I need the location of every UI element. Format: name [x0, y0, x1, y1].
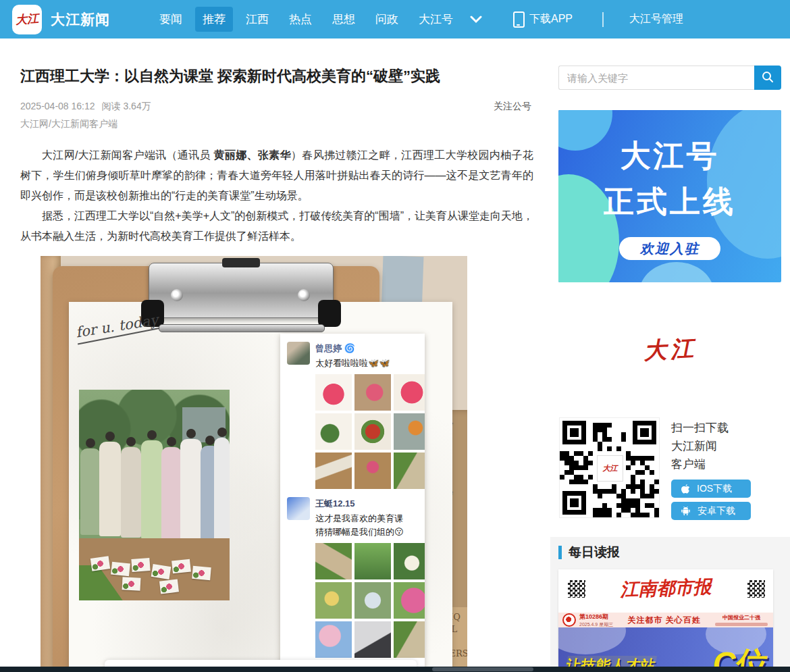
android-download-button[interactable]: 安卓下载 — [671, 502, 751, 520]
article-source: 大江网/大江新闻客户端 — [20, 118, 527, 130]
nav-item-redian[interactable]: 热点 — [282, 7, 319, 32]
nav-item-jiangxi[interactable]: 江西 — [238, 7, 276, 32]
moments-post-1: 曾思婷 🌀 太好看啦啦啦🦋🦋 — [287, 342, 418, 489]
qr-caption-3: 客户端 — [671, 455, 751, 473]
post-text: 太好看啦啦啦🦋🦋 — [315, 357, 390, 369]
newspaper-slogan: 关注都市 关心百姓 — [627, 615, 700, 626]
page: 大江 大江新闻 要闻 推荐 江西 热点 思想 问政 大江号 下载APP 大江号管… — [0, 0, 790, 672]
app-download-section: 大江 扫一扫下载 大江新闻 客户端 IOS下载 安卓下载 — [559, 417, 781, 520]
issue-date: 2025.4.9 星期三 — [579, 622, 613, 627]
section-accent-bar — [558, 546, 562, 559]
mini-qr-right — [747, 580, 765, 598]
search-bar — [558, 66, 781, 90]
qr-caption-1: 扫一扫下载 — [671, 419, 751, 437]
search-icon — [762, 71, 774, 85]
issue-number: 第10286期 — [579, 613, 613, 621]
scrollbar-thumb[interactable] — [432, 667, 533, 671]
daily-paper-title: 每日读报 — [569, 544, 620, 561]
article-column: 江西理工大学：以自然为课堂 探索新时代高校美育的“破壁”实践 2025-04-0… — [0, 38, 547, 672]
newspaper-headline-area: 让技能人才站 C位 — [558, 627, 773, 672]
moments-post-2: 王蜓12.15 这才是我喜欢的美育课 猜猜哪幅是我们组的😗 21分钟前 ⋮ — [287, 497, 418, 672]
banner-line1: 大江号 — [558, 136, 781, 176]
clipboard-clip — [149, 263, 334, 318]
paragraph-1: 大江网/大江新闻客户端讯（通讯员 黄丽娜、张素华）春风拂过赣江之畔，江西理工大学… — [20, 145, 533, 206]
dajianghao-banner[interactable]: 大江号 正式上线 欢迎入驻 — [558, 110, 781, 282]
post-text-line1: 这才是我喜欢的美育课 — [315, 513, 404, 525]
banner-line2: 正式上线 — [558, 182, 781, 222]
article-image: o contine baldué nctas lib rellisimi it.… — [41, 256, 467, 672]
follow-account-link[interactable]: 关注公号 — [494, 101, 531, 113]
paragraph-2: 据悉，江西理工大学以“自然+美学+人文”的创新模式，打破传统美育的“围墙”，让美… — [20, 206, 533, 247]
site-logo[interactable]: 大江 — [12, 5, 42, 34]
top-navbar: 大江 大江新闻 要闻 推荐 江西 热点 思想 问政 大江号 下载APP 大江号管… — [0, 0, 790, 38]
article-meta: 2025-04-08 16:12 阅读 3.64万 关注公号 — [20, 101, 531, 113]
article-read-count: 阅读 3.64万 — [102, 101, 151, 113]
phoenix-logo-icon — [562, 613, 576, 627]
photo-grid-1 — [315, 374, 418, 489]
site-logo-text: 大江 — [15, 11, 39, 28]
dajiang-logo: 大江 — [550, 282, 790, 417]
article-body: 大江网/大江新闻客户端讯（通讯员 黄丽娜、张素华）春风拂过赣江之畔，江西理工大学… — [20, 145, 533, 247]
header-right: 下载APP 大江号管理 — [513, 11, 683, 28]
newspaper-info-strip: 第10286期 2025.4.9 星期三 关注都市 关心百姓 中国报业二十强 — [558, 613, 773, 627]
horizontal-scrollbar[interactable] — [0, 667, 790, 672]
article-date: 2025-04-08 16:12 — [20, 101, 95, 113]
main-nav: 要闻 推荐 江西 热点 思想 问政 大江号 — [149, 7, 482, 32]
post-text-line2: 猜猜哪幅是我们组的😗 — [315, 526, 404, 538]
correspondent-names: 黄丽娜、张素华 — [214, 149, 291, 161]
manage-link[interactable]: 大江号管理 — [629, 12, 683, 26]
banner-join-pill[interactable]: 欢迎入驻 — [619, 237, 720, 260]
android-icon — [681, 506, 691, 516]
avatar — [287, 342, 310, 365]
avatar — [287, 497, 310, 520]
nav-item-wenzheng[interactable]: 问政 — [368, 7, 406, 32]
sidebar: 大江号 正式上线 欢迎入驻 大江 大江 扫一扫下载 大江新闻 客户端 IOS下载 — [550, 38, 790, 672]
students-photo — [79, 390, 230, 600]
qr-code: 大江 — [559, 417, 660, 518]
search-button[interactable] — [754, 66, 781, 90]
post-author: 王蜓12.15 — [315, 498, 404, 510]
nav-item-dajianghao[interactable]: 大江号 — [411, 7, 460, 32]
download-app-link[interactable]: 下载APP — [529, 12, 573, 26]
nav-item-tuijian[interactable]: 推荐 — [195, 7, 233, 32]
nav-item-yaowen[interactable]: 要闻 — [152, 7, 190, 32]
nav-item-sixiang[interactable]: 思想 — [325, 7, 363, 32]
apple-icon — [681, 484, 690, 494]
phone-icon — [513, 11, 525, 28]
daily-paper-section: 每日读报 江南都市报 第10286期 2025.4.9 星期三 关注都市 关心百… — [550, 537, 790, 672]
newspaper-name: 江南都市报 — [620, 575, 712, 602]
qr-caption-2: 大江新闻 — [671, 437, 751, 455]
search-input[interactable] — [558, 66, 754, 90]
mini-qr-left — [568, 580, 585, 598]
photo-grid-2 — [315, 543, 418, 658]
newspaper-award: 中国报业二十强 — [715, 614, 768, 621]
site-name: 大江新闻 — [51, 10, 110, 29]
article-title: 江西理工大学：以自然为课堂 探索新时代高校美育的“破壁”实践 — [20, 66, 533, 86]
newspaper-front-page[interactable]: 江南都市报 第10286期 2025.4.9 星期三 关注都市 关心百姓 中国报… — [558, 569, 773, 672]
chevron-down-icon[interactable] — [470, 16, 482, 24]
wechat-moments-card: 曾思婷 🌀 太好看啦啦啦🦋🦋 王蜓12.15 — [280, 334, 425, 672]
ios-download-button[interactable]: IOS下载 — [671, 480, 751, 498]
swirl-icon: 🌀 — [344, 343, 355, 353]
header-divider — [602, 12, 604, 27]
